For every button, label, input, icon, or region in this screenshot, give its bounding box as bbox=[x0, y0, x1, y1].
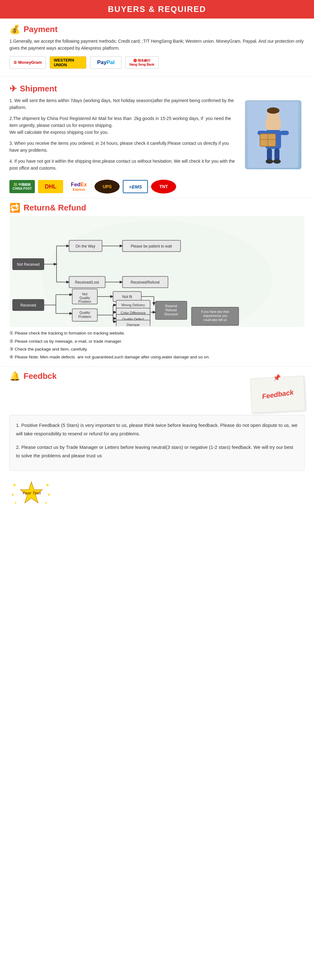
feedback-para-2: 2. Please contact us by Trade Manager or… bbox=[16, 443, 298, 460]
shipment-title-text: Shipment bbox=[20, 84, 57, 94]
header-title: BUYERS & REQUIRED bbox=[108, 5, 206, 14]
shipment-para-4: 4. If you have not got it within the shi… bbox=[10, 158, 239, 172]
svg-text:Quality: Quality bbox=[79, 296, 90, 300]
feedback-note-card: 📌 Feedback bbox=[250, 376, 306, 414]
svg-text:★: ★ bbox=[47, 493, 51, 497]
refund-note-1: ① Please check the tracking in formation… bbox=[10, 330, 304, 336]
shipment-content: 1. We will sent the items within 7days (… bbox=[10, 97, 304, 176]
payment-logos: ① MoneyGram WESTERNUNION ⚡ PayPal 🔴 恒生銀行… bbox=[10, 56, 304, 69]
svg-text:Resend: Resend bbox=[165, 304, 177, 308]
ups-logo: UPS bbox=[95, 180, 120, 194]
svg-text:Not fit: Not fit bbox=[122, 294, 132, 299]
svg-text:Received: Received bbox=[21, 303, 36, 307]
feedback-title-wrapper: 🔔 Feedbck bbox=[10, 371, 57, 385]
svg-text:Your Text: Your Text bbox=[22, 491, 41, 495]
svg-text:Please be patient to wait: Please be patient to wait bbox=[131, 244, 172, 248]
refund-diagram: Not Received On the Way Please be patien… bbox=[10, 216, 304, 327]
page-header: BUYERS & REQUIRED bbox=[0, 0, 314, 19]
pin-icon: 📌 bbox=[273, 374, 281, 382]
fedex-logo: FedEx Express bbox=[66, 180, 91, 193]
svg-text:★: ★ bbox=[46, 482, 50, 487]
payment-title: 💰 Payment bbox=[10, 24, 304, 35]
svg-text:Problem: Problem bbox=[78, 300, 91, 304]
shipment-section: ✈ Shipment 1. We will sent the items wit… bbox=[0, 78, 314, 197]
ems-logo: ≡EMS bbox=[123, 180, 148, 193]
payment-description: 1.Generally, we accept the following pay… bbox=[10, 38, 304, 52]
svg-text:Problem: Problem bbox=[78, 315, 91, 318]
payment-title-text: Payment bbox=[24, 24, 57, 34]
westernunion-logo: WESTERNUNION ⚡ bbox=[50, 56, 86, 69]
flowchart-svg: Not Received On the Way Please be patien… bbox=[10, 216, 304, 326]
feedback-content: 1. Positive Feedback (5 Stars) is very i… bbox=[10, 415, 304, 471]
svg-text:★: ★ bbox=[11, 493, 14, 497]
paypal-logo: PayPal bbox=[90, 56, 122, 69]
shipment-icon: ✈ bbox=[10, 84, 17, 94]
refund-note-4: ④ Please Note: Men made defects are not … bbox=[10, 354, 304, 360]
shipping-logos: 🟩 中国邮政CHINA POST DHL FedEx Express UPS ≡… bbox=[10, 180, 304, 194]
svg-point-12 bbox=[266, 159, 273, 164]
svg-text:Wrong Delivery: Wrong Delivery bbox=[122, 303, 145, 307]
gold-badge-wrapper: Your Text ★ ★ ★ ★ ★ ★ bbox=[0, 477, 314, 516]
feedback-title: 🔔 Feedbck bbox=[10, 371, 57, 381]
svg-text:★: ★ bbox=[13, 482, 17, 487]
gold-badge-svg: Your Text ★ ★ ★ ★ ★ ★ bbox=[10, 480, 53, 509]
shipment-para-1: 1. We will sent the items within 7days (… bbox=[10, 97, 239, 111]
shipment-para-3: 3. When you receive the items you ordere… bbox=[10, 140, 239, 154]
feedback-word: Feedback bbox=[262, 388, 294, 401]
tnt-logo: TNT bbox=[151, 180, 176, 194]
shipment-para-2: 2.The shipment by China Post Registered … bbox=[10, 115, 239, 136]
svg-text:Discount: Discount bbox=[165, 312, 178, 316]
feedback-section: 🔔 Feedbck 📌 Feedback 1. Positive Feedbac… bbox=[0, 368, 314, 477]
svg-rect-10 bbox=[267, 148, 272, 161]
refund-note-3: ③ Check the package and Item, carefully. bbox=[10, 346, 304, 352]
svg-text:If you have any else: If you have any else bbox=[201, 310, 229, 313]
feedback-icon: 🔔 bbox=[10, 371, 21, 381]
svg-point-3 bbox=[267, 107, 279, 114]
payment-icon: 💰 bbox=[10, 24, 21, 35]
svg-text:Damage: Damage bbox=[127, 323, 140, 326]
hangseng-logo: 🔴 恒生銀行Hang Seng Bank bbox=[125, 56, 158, 69]
gold-badge-container: Your Text ★ ★ ★ ★ ★ ★ bbox=[10, 480, 53, 509]
svg-text:Refund: Refund bbox=[165, 308, 176, 312]
refund-notes: ① Please check the tracking in formation… bbox=[10, 330, 304, 360]
svg-text:★: ★ bbox=[14, 501, 17, 504]
refund-icon: 🔁 bbox=[10, 203, 21, 213]
svg-text:Received/Refund: Received/Refund bbox=[131, 280, 160, 285]
svg-text:Color Difference: Color Difference bbox=[121, 311, 145, 315]
shipment-title: ✈ Shipment bbox=[10, 84, 304, 94]
refund-note-2: ② Please contact us by meesage, e-mail, … bbox=[10, 338, 304, 345]
svg-text:Received/Lost: Received/Lost bbox=[75, 280, 99, 285]
svg-text:Not: Not bbox=[82, 292, 87, 296]
shipment-text-column: 1. We will sent the items within 7days (… bbox=[10, 97, 242, 176]
shipment-image-column bbox=[242, 97, 304, 176]
svg-text:On the Way: On the Way bbox=[76, 244, 95, 248]
chinapost-logo: 🟩 中国邮政CHINA POST bbox=[10, 180, 35, 193]
svg-text:could also tell us: could also tell us bbox=[203, 318, 227, 321]
svg-rect-6 bbox=[280, 130, 289, 135]
delivery-person-svg bbox=[248, 102, 298, 168]
feedback-header-row: 🔔 Feedbck 📌 Feedback bbox=[10, 371, 304, 412]
dhl-logo: DHL bbox=[38, 180, 63, 193]
svg-text:Not Received: Not Received bbox=[17, 262, 40, 267]
feedback-title-text: Feedbck bbox=[24, 371, 57, 381]
moneygram-logo: ① MoneyGram bbox=[10, 56, 46, 69]
feedback-para-1: 1. Positive Feedback (5 Stars) is very i… bbox=[16, 421, 298, 438]
refund-title: 🔁 Return& Refund bbox=[10, 203, 304, 213]
svg-text:Quality: Quality bbox=[79, 311, 90, 314]
svg-point-13 bbox=[273, 159, 281, 164]
payment-section: 💰 Payment 1.Generally, we accept the fol… bbox=[0, 19, 314, 75]
svg-rect-11 bbox=[274, 148, 279, 161]
shipment-person-image bbox=[245, 100, 301, 169]
refund-title-text: Return& Refund bbox=[24, 203, 86, 213]
svg-text:requirements you: requirements you bbox=[203, 314, 227, 318]
svg-text:★: ★ bbox=[44, 501, 48, 504]
refund-section: 🔁 Return& Refund Not Received On the Way bbox=[0, 199, 314, 365]
